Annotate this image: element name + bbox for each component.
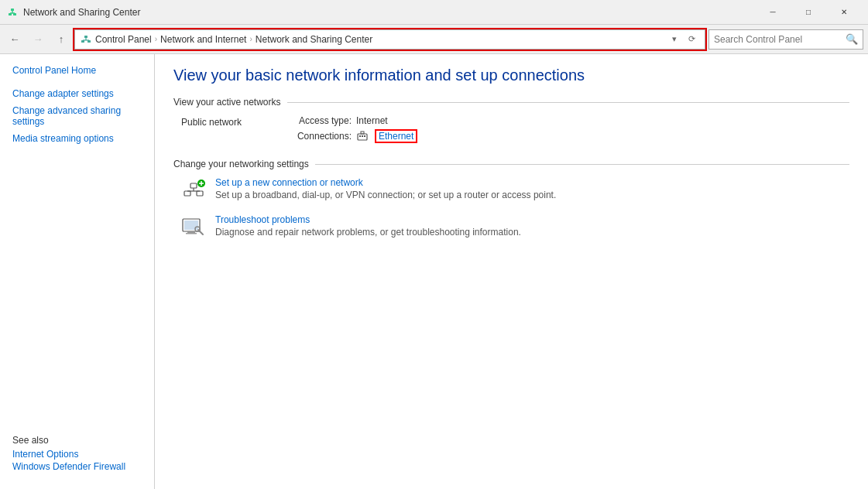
troubleshoot-link[interactable]: Troubleshoot problems [215,214,310,225]
breadcrumb-sep1: › [155,35,157,43]
see-also-title: See also [12,435,125,446]
close-button[interactable]: ✕ [826,0,862,25]
search-button[interactable]: 🔍 [846,33,858,45]
networking-settings-section-header: Change your networking settings [173,159,849,169]
address-dropdown-button[interactable]: ▾ [666,30,683,49]
sidebar-change-advanced-sharing[interactable]: Change advanced sharing settings [0,102,154,130]
setup-connection-text: Set up a new connection or network Set u… [215,177,849,200]
see-also-section: See also Internet Options Windows Defend… [12,435,125,474]
search-input[interactable] [714,34,846,45]
breadcrumb-sep2: › [249,35,252,43]
section-divider [287,102,849,103]
main-layout: Control Panel Home Change adapter settin… [0,54,868,489]
app-icon [6,6,19,19]
back-button[interactable]: ← [5,29,25,50]
svg-rect-27 [184,221,198,230]
sidebar-control-panel-home[interactable]: Control Panel Home [0,62,154,79]
troubleshoot-item: Troubleshoot problems Diagnose and repai… [173,214,849,239]
address-bar-row: ← → ↑ Control Panel › Network and Intern… [0,25,868,54]
window-controls: ─ □ ✕ [755,0,862,25]
breadcrumb-part3[interactable]: Network and Sharing Center [256,34,372,45]
connections-label: Connections: [290,131,352,142]
svg-rect-13 [359,135,361,137]
content-area: View your basic network information and … [155,54,868,489]
setup-connection-icon [181,177,206,202]
address-box[interactable]: Control Panel › Network and Internet › N… [74,29,705,50]
minimize-button[interactable]: ─ [755,0,791,25]
connections-row: Connections: Ethernet [290,129,417,143]
setup-connection-link[interactable]: Set up a new connection or network [215,177,363,188]
network-row: Public network Access type: Internet Con… [181,115,849,143]
network-name: Public network [181,115,259,128]
restore-button[interactable]: □ [791,0,826,25]
svg-rect-8 [84,36,87,38]
svg-rect-17 [184,191,190,196]
access-type-value: Internet [356,115,388,126]
internet-options-link[interactable]: Internet Options [12,449,125,460]
svg-rect-15 [364,135,365,137]
breadcrumb-icon [80,33,92,46]
setup-connection-desc: Set up a broadband, dial-up, or VPN conn… [215,190,849,200]
ethernet-connection-link[interactable]: Ethernet [375,129,417,143]
sidebar: Control Panel Home Change adapter settin… [0,54,155,489]
breadcrumb-part2[interactable]: Network and Internet [160,34,246,45]
networking-settings-label: Change your networking settings [173,159,309,169]
svg-rect-18 [197,191,203,196]
network-details: Access type: Internet Connections: [290,115,417,143]
setup-connection-item: Set up a new connection or network Set u… [173,177,849,202]
forward-button[interactable]: → [28,29,48,50]
breadcrumb: Control Panel › Network and Internet › N… [95,34,372,45]
sidebar-media-streaming-options[interactable]: Media streaming options [0,130,154,147]
page-title: View your basic network information and … [173,67,849,84]
svg-rect-2 [11,9,14,11]
window-title: Network and Sharing Center [23,7,140,18]
svg-rect-16 [361,132,364,134]
title-bar: Network and Sharing Center ─ □ ✕ [0,0,868,25]
search-box[interactable]: 🔍 [708,29,863,50]
active-networks-section-header: View your active networks [173,97,849,108]
troubleshoot-desc: Diagnose and repair network problems, or… [215,227,849,238]
access-type-row: Access type: Internet [290,115,417,126]
access-type-label: Access type: [290,115,352,126]
windows-defender-firewall-link[interactable]: Windows Defender Firewall [12,461,125,472]
active-networks-label: View your active networks [173,97,281,108]
svg-rect-29 [186,233,197,234]
section-divider2 [315,164,849,165]
ethernet-icon [356,130,369,142]
address-refresh-button[interactable]: ⟳ [683,30,700,49]
svg-rect-14 [362,135,363,137]
svg-rect-19 [190,183,197,188]
svg-rect-28 [187,231,195,233]
breadcrumb-part1[interactable]: Control Panel [95,34,152,45]
up-button[interactable]: ↑ [51,29,71,50]
sidebar-change-adapter-settings[interactable]: Change adapter settings [0,85,154,102]
settings-area: Set up a new connection or network Set u… [173,177,849,239]
troubleshoot-text: Troubleshoot problems Diagnose and repai… [215,214,849,238]
troubleshoot-icon [181,214,206,239]
networks-area: Public network Access type: Internet Con… [173,115,849,143]
